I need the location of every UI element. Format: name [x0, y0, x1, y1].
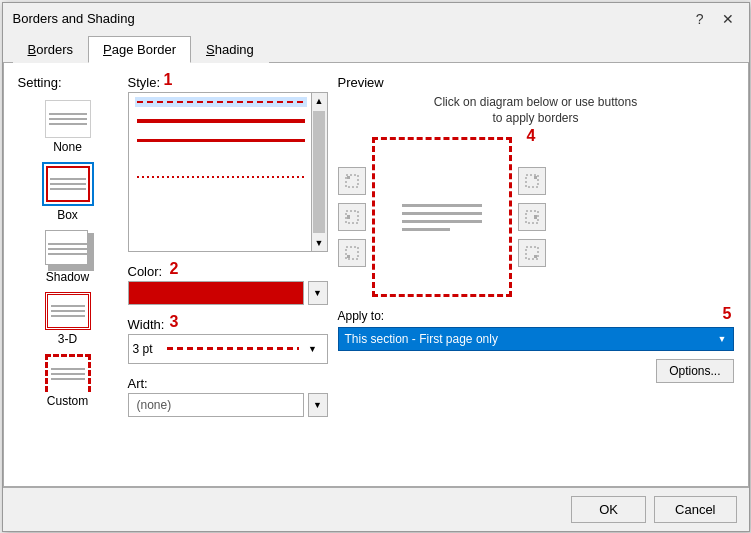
tab-shading[interactable]: Shading	[191, 36, 269, 63]
color-section: Color: 2 ▼	[128, 264, 328, 305]
color-swatch[interactable]	[128, 281, 304, 305]
scroll-thumb	[313, 111, 325, 233]
help-button[interactable]: ?	[691, 9, 709, 29]
dialog-title: Borders and Shading	[13, 11, 135, 26]
scroll-up-arrow[interactable]: ▲	[312, 93, 327, 109]
icon-line	[51, 368, 85, 370]
style-line-solid-med	[137, 139, 305, 142]
style-label: Style:	[128, 75, 328, 90]
close-button[interactable]: ✕	[717, 9, 739, 29]
preview-num: 4	[527, 127, 536, 145]
options-button[interactable]: Options...	[656, 359, 733, 383]
color-dropdown-btn[interactable]: ▼	[308, 281, 328, 305]
scroll-down-arrow[interactable]: ▼	[312, 235, 327, 251]
icon-line	[50, 183, 86, 185]
setting-none-icon	[45, 100, 91, 138]
setting-shadow-label: Shadow	[46, 270, 89, 284]
apply-to-label: Apply to:	[338, 309, 734, 323]
settings-panel: Setting: None Box	[18, 75, 118, 474]
setting-none-label: None	[53, 140, 82, 154]
settings-label: Setting:	[18, 75, 118, 90]
dialog-content: Setting: None Box	[3, 63, 749, 487]
title-bar: Borders and Shading ? ✕	[3, 3, 749, 35]
style-item-selected[interactable]	[135, 97, 307, 107]
left-border-buttons	[338, 167, 366, 267]
tab-borders-label: Borders	[28, 42, 74, 57]
art-dropdown-btn[interactable]: ▼	[308, 393, 328, 417]
border-btn-top-right[interactable]	[518, 167, 546, 195]
preview-page[interactable]	[372, 137, 512, 297]
right-border-buttons	[518, 167, 546, 267]
style-line-dotted	[137, 176, 305, 178]
middle-panel: Style: 1	[128, 75, 328, 474]
color-row: ▼	[128, 281, 328, 305]
icon-line	[51, 310, 85, 312]
width-value: 3 pt	[133, 342, 163, 356]
style-num: 1	[164, 71, 173, 89]
svg-rect-1	[347, 176, 350, 179]
cancel-button[interactable]: Cancel	[654, 496, 736, 523]
apply-to-dropdown-icon: ▼	[718, 334, 727, 344]
setting-none[interactable]: None	[18, 98, 118, 156]
border-btn-top-left[interactable]	[338, 167, 366, 195]
width-preview-line	[167, 347, 299, 350]
color-num: 2	[170, 260, 179, 278]
setting-custom[interactable]: Custom	[18, 352, 118, 410]
preview-page-container: 4	[372, 137, 512, 297]
options-row: Options...	[338, 359, 734, 383]
style-item-4[interactable]	[135, 154, 307, 164]
tab-bar: Borders Page Border Shading	[3, 35, 749, 63]
preview-instruction: Click on diagram below or use buttonsto …	[338, 94, 734, 128]
style-list[interactable]: ▲ ▼	[128, 92, 328, 252]
setting-3d-label: 3-D	[58, 332, 77, 346]
style-section: Style: 1	[128, 75, 328, 252]
art-label: Art:	[128, 376, 328, 391]
color-label: Color:	[128, 264, 328, 279]
setting-3d[interactable]: 3-D	[18, 290, 118, 348]
width-label: Width:	[128, 317, 328, 332]
preview-content: 4	[338, 137, 734, 473]
style-item-2[interactable]	[135, 115, 307, 127]
svg-rect-5	[347, 255, 350, 258]
icon-line	[48, 243, 88, 245]
tab-page-border[interactable]: Page Border	[88, 36, 191, 63]
apply-to-value: This section - First page only	[345, 332, 498, 346]
preview-lines	[402, 204, 482, 231]
title-bar-controls: ? ✕	[691, 9, 739, 29]
style-scrollbar[interactable]: ▲ ▼	[311, 93, 327, 251]
setting-box[interactable]: Box	[18, 160, 118, 224]
svg-rect-3	[347, 215, 350, 219]
icon-line	[51, 378, 85, 380]
width-dropdown-btn[interactable]: ▼	[303, 337, 323, 361]
style-line-solid-thick	[137, 119, 305, 123]
style-options	[129, 93, 327, 186]
border-btn-left[interactable]	[338, 203, 366, 231]
setting-custom-label: Custom	[47, 394, 88, 408]
tab-shading-label: Shading	[206, 42, 254, 57]
preview-line-3	[402, 220, 482, 223]
border-btn-bottom-right[interactable]	[518, 239, 546, 267]
apply-to-num: 5	[723, 305, 732, 323]
style-item-3[interactable]	[135, 135, 307, 146]
tab-page-border-label: Page Border	[103, 42, 176, 57]
preview-line-2	[402, 212, 482, 215]
style-item-5[interactable]	[135, 172, 307, 182]
setting-shadow[interactable]: Shadow	[18, 228, 118, 286]
icon-line	[48, 253, 88, 255]
tab-borders[interactable]: Borders	[13, 36, 89, 63]
border-btn-bottom-left[interactable]	[338, 239, 366, 267]
ok-button[interactable]: OK	[571, 496, 646, 523]
icon-line	[50, 188, 86, 190]
icon-line	[51, 315, 85, 317]
icon-line	[49, 123, 87, 125]
icon-line	[49, 113, 87, 115]
art-row: (none) ▼	[128, 393, 328, 417]
apply-to-select[interactable]: This section - First page only ▼	[338, 327, 734, 351]
bottom-bar: OK Cancel	[3, 487, 749, 531]
apply-select-row: This section - First page only ▼	[338, 327, 734, 351]
icon-line	[51, 305, 85, 307]
border-btn-right[interactable]	[518, 203, 546, 231]
setting-3d-icon	[45, 292, 91, 330]
icon-line	[49, 118, 87, 120]
svg-rect-7	[534, 176, 537, 179]
